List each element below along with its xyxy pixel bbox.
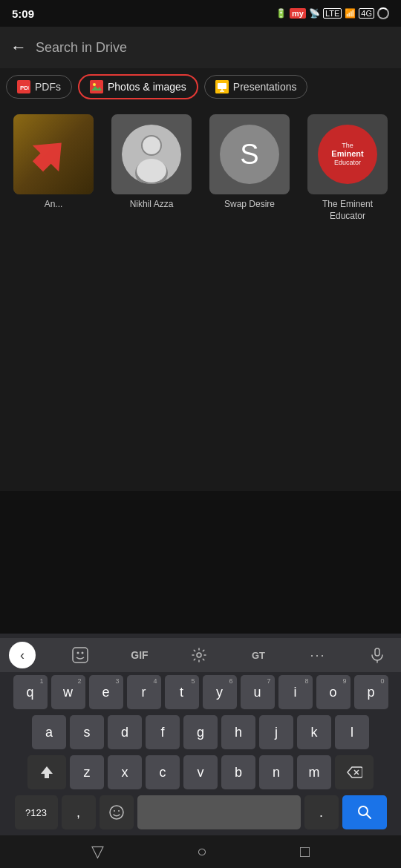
tab-pdfs[interactable]: PDF PDFs <box>6 75 72 99</box>
keyboard-toolbar: ‹ GIF GT ··· <box>0 638 401 672</box>
key-comma[interactable]: , <box>62 795 96 829</box>
nav-back[interactable]: ▽ <box>91 842 104 861</box>
key-g[interactable]: g <box>183 715 218 749</box>
grid-item-educator-label: The Eminent Educator <box>307 199 388 222</box>
svg-point-16 <box>77 652 79 654</box>
key-h[interactable]: h <box>221 715 255 749</box>
search-input[interactable] <box>36 40 391 56</box>
tab-presentations[interactable]: Presentations <box>204 75 308 99</box>
keyboard-mic-button[interactable] <box>362 642 392 668</box>
swap-circle: S <box>220 125 279 184</box>
grid-item-nikhil-label: Nikhil Azza <box>130 199 174 211</box>
svg-rect-2 <box>90 80 103 93</box>
nav-recents[interactable]: □ <box>300 842 310 861</box>
svg-point-17 <box>82 652 84 654</box>
tab-photos-label: Photos & images <box>108 81 186 93</box>
key-period[interactable]: . <box>304 795 339 829</box>
svg-rect-6 <box>218 83 226 89</box>
key-l[interactable]: l <box>335 715 369 749</box>
key-z[interactable]: z <box>70 755 104 789</box>
status-time: 5:09 <box>12 7 34 20</box>
grid-item-an-label: An... <box>45 199 63 211</box>
key-m[interactable]: m <box>297 755 331 789</box>
svg-marker-9 <box>25 130 74 180</box>
back-button[interactable]: ← <box>10 38 27 57</box>
key-space[interactable] <box>137 795 301 829</box>
keyboard-translate-button[interactable]: GT <box>244 642 273 668</box>
svg-text:PDF: PDF <box>20 85 29 91</box>
cast-icon: 📡 <box>309 8 320 19</box>
navigation-bar: ▽ ○ □ <box>0 835 401 868</box>
key-q[interactable]: 1q <box>13 675 48 709</box>
svg-marker-21 <box>41 766 53 778</box>
key-j[interactable]: j <box>259 715 293 749</box>
presentation-icon <box>215 80 229 93</box>
key-v[interactable]: v <box>183 755 218 789</box>
key-emoji[interactable] <box>100 795 134 829</box>
key-special[interactable]: ?123 <box>15 795 58 829</box>
tab-photos[interactable]: Photos & images <box>78 74 198 99</box>
nav-home[interactable]: ○ <box>197 842 206 861</box>
image-grid: An... Nikhil Azza S Swap Desire <box>0 105 401 343</box>
tab-presentations-label: Presentations <box>233 81 297 93</box>
key-a[interactable]: a <box>32 715 66 749</box>
keyboard-left-arrow[interactable]: ‹ <box>9 642 36 668</box>
key-r[interactable]: 4r <box>127 675 161 709</box>
grid-item-swap-label: Swap Desire <box>224 199 275 211</box>
key-o[interactable]: 9o <box>316 675 351 709</box>
keyboard-sticker-button[interactable] <box>65 642 95 668</box>
key-u[interactable]: 7u <box>241 675 275 709</box>
pdf-icon: PDF <box>17 80 30 93</box>
key-n[interactable]: n <box>259 755 293 789</box>
svg-rect-15 <box>73 648 88 662</box>
svg-point-18 <box>197 653 201 657</box>
keyboard-row-3: z x c v b n m <box>4 755 397 789</box>
grid-item-nikhil[interactable]: Nikhil Azza <box>104 114 199 334</box>
grid-item-an[interactable]: An... <box>6 114 101 334</box>
key-w[interactable]: 2w <box>51 675 85 709</box>
key-backspace[interactable] <box>335 755 374 789</box>
svg-rect-19 <box>375 648 379 656</box>
key-t[interactable]: 5t <box>165 675 199 709</box>
my-icon: my <box>290 8 306 19</box>
grid-item-educator[interactable]: The Eminent Educator The Eminent Educato… <box>300 114 395 334</box>
keyboard-more-button[interactable]: ··· <box>303 642 333 668</box>
empty-content-area <box>0 343 401 491</box>
status-bar: 5:09 🔋 my 📡 LTE 📶 4G <box>0 0 401 27</box>
educator-text3: Educator <box>334 160 361 167</box>
lte-icon: LTE <box>323 8 342 19</box>
signal-icon: 📶 <box>345 8 356 19</box>
key-y[interactable]: 6y <box>203 675 237 709</box>
loading-icon <box>377 7 389 19</box>
tab-pdfs-label: PDFs <box>35 81 61 93</box>
key-c[interactable]: c <box>146 755 180 789</box>
search-bar: ← <box>0 27 401 68</box>
keyboard-gif-button[interactable]: GIF <box>125 642 154 668</box>
key-x[interactable]: x <box>108 755 142 789</box>
key-d[interactable]: d <box>108 715 142 749</box>
key-i[interactable]: 8i <box>278 675 313 709</box>
keyboard-bottom-row: ?123 , . <box>4 795 397 829</box>
keyboard-row-1: 1q 2w 3e 4r 5t 6y 7u 8i 9o 0p <box>4 675 397 709</box>
keyboard-settings-button[interactable] <box>184 642 214 668</box>
educator-text1: The <box>342 142 353 150</box>
svg-point-26 <box>118 810 120 812</box>
grid-item-swap[interactable]: S Swap Desire <box>202 114 297 334</box>
key-e[interactable]: 3e <box>89 675 123 709</box>
filter-tabs: PDF PDFs Photos & images Presentations <box>0 68 401 105</box>
key-f[interactable]: f <box>146 715 180 749</box>
key-b[interactable]: b <box>221 755 255 789</box>
educator-logo: The Eminent Educator <box>318 125 377 184</box>
svg-line-28 <box>366 815 371 819</box>
image-icon <box>90 80 103 93</box>
key-k[interactable]: k <box>297 715 331 749</box>
key-search[interactable] <box>342 795 387 829</box>
person-avatar <box>122 125 181 184</box>
svg-point-25 <box>114 810 115 812</box>
svg-point-3 <box>93 83 96 86</box>
4g-icon: 4G <box>359 8 374 19</box>
key-shift[interactable] <box>27 755 66 789</box>
key-p[interactable]: 0p <box>354 675 388 709</box>
educator-text2: Eminent <box>331 149 363 159</box>
key-s[interactable]: s <box>70 715 104 749</box>
